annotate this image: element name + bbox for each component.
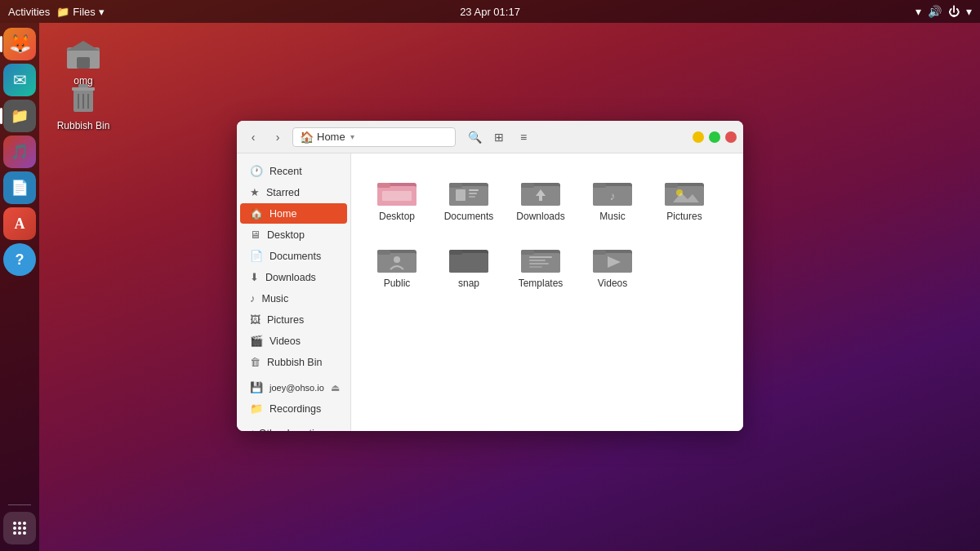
sidebar-item-home[interactable]: 🏠 Home bbox=[240, 203, 347, 224]
sidebar-item-rubbish[interactable]: 🗑 Rubbish Bin bbox=[240, 352, 347, 372]
svg-rect-27 bbox=[469, 189, 479, 191]
minimize-button[interactable] bbox=[693, 131, 704, 143]
folder-templates-icon bbox=[519, 238, 562, 274]
back-button[interactable]: ‹ bbox=[243, 127, 263, 147]
maximize-button[interactable] bbox=[709, 131, 720, 143]
folder-icon: 📁 bbox=[56, 6, 69, 18]
svg-rect-22 bbox=[382, 191, 412, 201]
indicator-icon: ▾ bbox=[966, 5, 972, 18]
location-bar[interactable]: 🏠 Home ▾ bbox=[292, 127, 456, 147]
svg-rect-12 bbox=[77, 57, 90, 69]
folder-snap[interactable]: snap bbox=[436, 233, 501, 294]
folder-public-icon bbox=[376, 238, 418, 274]
svg-rect-36 bbox=[593, 183, 606, 188]
svg-rect-14 bbox=[72, 87, 95, 91]
titlebar: ‹ › 🏠 Home ▾ 🔍 ⊞ ≡ bbox=[237, 121, 743, 153]
dock-item-firefox[interactable]: 🦊 bbox=[3, 28, 36, 60]
view-list-button[interactable]: ≡ bbox=[513, 127, 534, 148]
dock-item-files[interactable]: 📁 bbox=[3, 100, 36, 132]
svg-rect-59 bbox=[593, 250, 606, 255]
folder-snap-label: snap bbox=[458, 278, 479, 289]
topbar: Activities 📁 Files ▾ 23 Apr 01:17 ▾ 🔊 ⏻ … bbox=[0, 0, 980, 23]
folder-downloads-label: Downloads bbox=[516, 211, 564, 222]
svg-rect-26 bbox=[456, 189, 466, 201]
folder-grid: Desktop Documents bbox=[364, 167, 730, 294]
file-manager-window: ‹ › 🏠 Home ▾ 🔍 ⊞ ≡ 🕐 Recent ★ Starred bbox=[237, 121, 743, 431]
folder-pictures-icon bbox=[663, 171, 706, 207]
close-button[interactable] bbox=[725, 131, 737, 143]
videos-nav-icon: 🎬 bbox=[250, 335, 263, 347]
sidebar-item-downloads[interactable]: ⬇ Downloads bbox=[240, 267, 347, 287]
search-button[interactable]: 🔍 bbox=[464, 127, 485, 148]
eject-button[interactable]: ⏏ bbox=[331, 382, 340, 393]
svg-point-6 bbox=[13, 531, 16, 535]
folder-documents-icon bbox=[448, 171, 490, 207]
pictures-nav-icon: 🖼 bbox=[250, 313, 261, 326]
sidebar-item-pictures[interactable]: 🖼 Pictures bbox=[240, 309, 347, 330]
folder-music-icon: ♪ bbox=[591, 171, 634, 207]
svg-text:♪: ♪ bbox=[610, 189, 616, 202]
svg-rect-54 bbox=[529, 260, 546, 261]
sidebar-item-desktop[interactable]: 🖥 Desktop bbox=[240, 224, 347, 245]
folder-downloads[interactable]: Downloads bbox=[508, 167, 573, 227]
sidebar: 🕐 Recent ★ Starred 🏠 Home 🖥 Desktop 📄 Do… bbox=[237, 153, 351, 431]
power-icon: ⏻ bbox=[948, 5, 960, 18]
dock-bottom bbox=[3, 501, 36, 544]
folder-templates[interactable]: Templates bbox=[508, 233, 573, 294]
wifi-icon: ▾ bbox=[915, 5, 921, 18]
show-apps-button[interactable] bbox=[3, 512, 36, 544]
folder-pictures[interactable]: Pictures bbox=[652, 167, 717, 227]
sidebar-item-recordings[interactable]: 📁 Recordings bbox=[240, 398, 347, 419]
svg-rect-32 bbox=[521, 183, 534, 188]
dock-item-writer[interactable]: 📄 bbox=[3, 171, 36, 204]
sidebar-item-videos[interactable]: 🎬 Videos bbox=[240, 331, 347, 351]
file-manager-body: 🕐 Recent ★ Starred 🏠 Home 🖥 Desktop 📄 Do… bbox=[237, 153, 743, 431]
rubbish-label: Rubbish Bin bbox=[57, 120, 110, 131]
toolbar-actions: 🔍 ⊞ ≡ bbox=[464, 127, 534, 148]
volume-icon: 🔊 bbox=[928, 5, 942, 18]
dock-item-rhythmbox[interactable]: 🎵 bbox=[3, 136, 36, 168]
svg-point-3 bbox=[13, 527, 16, 530]
view-grid-button[interactable]: ⊞ bbox=[488, 127, 510, 148]
home-nav-icon: 🏠 bbox=[250, 207, 263, 220]
svg-rect-53 bbox=[529, 256, 552, 258]
desktop-icon-rubbish[interactable]: Rubbish Bin bbox=[51, 78, 116, 131]
recent-icon: 🕐 bbox=[250, 165, 263, 177]
main-content: Desktop Documents bbox=[351, 153, 743, 431]
folder-documents[interactable]: Documents bbox=[436, 167, 501, 227]
joey-icon: 💾 bbox=[250, 381, 263, 393]
sidebar-item-starred[interactable]: ★ Starred bbox=[240, 182, 347, 202]
location-dropdown-icon: ▾ bbox=[350, 132, 354, 141]
dock-item-appstore[interactable]: A bbox=[3, 207, 36, 240]
folder-videos[interactable]: Videos bbox=[580, 233, 645, 294]
files-menu[interactable]: 📁 Files ▾ bbox=[56, 6, 104, 18]
folder-music[interactable]: ♪ Music bbox=[580, 167, 645, 227]
svg-rect-28 bbox=[469, 193, 477, 194]
downloads-nav-icon: ⬇ bbox=[250, 271, 259, 283]
svg-point-0 bbox=[13, 522, 16, 525]
dock-item-help[interactable]: ? bbox=[3, 243, 36, 276]
dock-item-thunderbird[interactable]: ✉ bbox=[3, 64, 36, 96]
folder-desktop[interactable]: Desktop bbox=[364, 167, 430, 227]
sidebar-item-music[interactable]: ♪ Music bbox=[240, 288, 347, 309]
desktop-nav-icon: 🖥 bbox=[250, 229, 261, 241]
svg-rect-56 bbox=[529, 266, 542, 268]
forward-button[interactable]: › bbox=[268, 127, 287, 147]
folder-templates-label: Templates bbox=[519, 278, 564, 289]
sidebar-item-joey[interactable]: 💾 joey@ohso.io ⏏ bbox=[240, 377, 347, 398]
sidebar-item-other[interactable]: + Other Locations bbox=[240, 424, 347, 431]
folder-snap-icon bbox=[448, 238, 490, 274]
svg-rect-49 bbox=[449, 250, 462, 255]
folder-public[interactable]: Public bbox=[364, 233, 430, 294]
svg-rect-15 bbox=[78, 84, 88, 87]
activities-button[interactable]: Activities bbox=[8, 6, 50, 18]
svg-rect-55 bbox=[529, 263, 549, 264]
sidebar-item-recent[interactable]: 🕐 Recent bbox=[240, 161, 347, 181]
documents-nav-icon: 📄 bbox=[250, 250, 263, 262]
sidebar-item-documents[interactable]: 📄 Documents bbox=[240, 246, 347, 266]
svg-point-5 bbox=[23, 527, 26, 530]
svg-rect-40 bbox=[665, 183, 678, 188]
datetime: 23 Apr 01:17 bbox=[460, 6, 520, 18]
folder-videos-icon bbox=[591, 238, 634, 274]
recordings-icon: 📁 bbox=[250, 402, 263, 415]
